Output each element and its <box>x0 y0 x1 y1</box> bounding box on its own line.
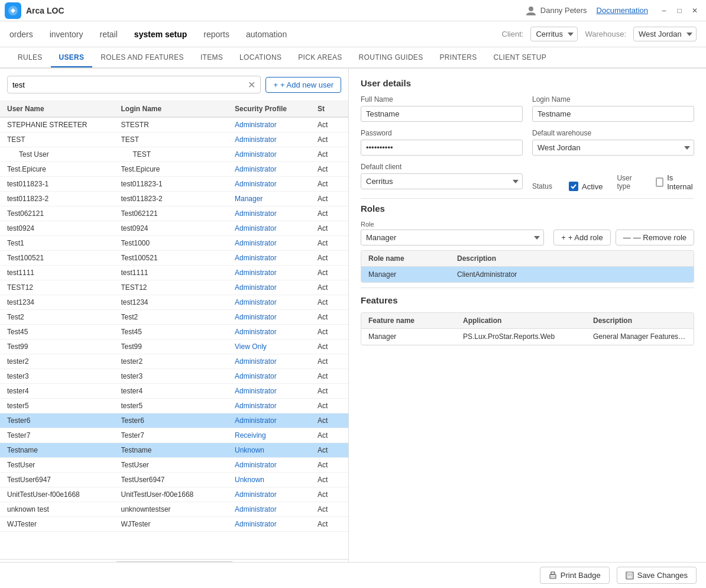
features-table-row[interactable]: Manager PS.Lux.ProStar.Reports.Web Gener… <box>361 329 694 345</box>
table-row[interactable]: Test.EpicureTest.EpicureAdministratorAct <box>0 162 348 177</box>
table-row[interactable]: test1111test1111AdministratorAct <box>0 266 348 280</box>
table-row[interactable]: TestUser6947TestUser6947UnknownAct <box>0 473 348 487</box>
table-row[interactable]: test011823-2test011823-2ManagerAct <box>0 192 348 206</box>
is-internal-checkbox-wrap[interactable]: Is Internal <box>656 173 694 191</box>
nav-item-system-setup[interactable]: system setup <box>134 27 187 41</box>
table-row[interactable]: tester3tester3AdministratorAct <box>0 369 348 384</box>
default-warehouse-group: Default warehouse West Jordan <box>532 129 694 156</box>
default-warehouse-select[interactable]: West Jordan <box>532 140 694 156</box>
password-input[interactable] <box>361 140 523 156</box>
subnav-item-items[interactable]: ITEMS <box>192 49 231 67</box>
is-internal-checkbox[interactable] <box>656 177 664 187</box>
subnav-item-rules[interactable]: RULES <box>9 49 51 67</box>
nav-item-reports[interactable]: reports <box>203 27 229 41</box>
cell-profile: Administrator <box>235 328 318 336</box>
search-input[interactable] <box>12 80 248 89</box>
minimize-button[interactable]: – <box>658 4 671 17</box>
cell-profile: Administrator <box>235 416 318 425</box>
warehouse-select[interactable]: West Jordan <box>633 27 697 41</box>
cell-profile: Administrator <box>235 505 318 513</box>
table-row[interactable]: Test45Test45AdministratorAct <box>0 325 348 340</box>
subnav-item-locations[interactable]: LOCATIONS <box>231 49 290 67</box>
add-role-button[interactable]: + + Add role <box>553 230 611 245</box>
table-row[interactable]: test0924test0924AdministratorAct <box>0 221 348 236</box>
table-row[interactable]: TEST12TEST12AdministratorAct <box>0 280 348 295</box>
subnav-item-client-setup[interactable]: CLIENT SETUP <box>485 49 555 67</box>
cell-login: Test99 <box>121 343 235 351</box>
cell-profile: Administrator <box>235 224 318 232</box>
table-row[interactable]: Test100521Test100521AdministratorAct <box>0 251 348 266</box>
table-row[interactable]: WJTesterWJTesterAdministratorAct <box>0 517 348 532</box>
close-button[interactable]: ✕ <box>688 4 701 17</box>
roles-col-header-name: Role name <box>368 254 457 263</box>
password-label: Password <box>361 129 523 137</box>
documentation-link[interactable]: Documentation <box>597 6 648 15</box>
cell-username: tester5 <box>7 402 121 410</box>
roles-table-row[interactable]: Manager ClientAdministrator <box>361 267 694 282</box>
plus-icon: + <box>561 233 566 242</box>
subnav-item-printers[interactable]: PRINTERS <box>431 49 485 67</box>
cell-login: Test2 <box>121 313 235 321</box>
nav-item-inventory[interactable]: inventory <box>50 27 83 41</box>
cell-login: Test.Epicure <box>121 165 235 173</box>
nav-item-retail[interactable]: retail <box>100 27 118 41</box>
save-changes-button[interactable]: Save Changes <box>617 567 697 584</box>
default-client-group: Default client Cerritus <box>361 163 523 191</box>
maximize-button[interactable]: □ <box>673 4 686 17</box>
svg-rect-3 <box>551 572 555 574</box>
cell-profile: Administrator <box>235 387 318 395</box>
cell-profile: Administrator <box>235 490 318 499</box>
table-row[interactable]: Test UserTESTAdministratorAct <box>0 147 348 162</box>
table-row[interactable]: STEPHANIE STREETERSTESTRAdministratorAct <box>0 118 348 133</box>
active-checkbox[interactable] <box>569 182 578 191</box>
cell-status: Act <box>318 165 341 173</box>
remove-role-button[interactable]: — — Remove role <box>616 230 694 245</box>
login-name-label: Login Name <box>532 95 694 104</box>
default-client-select[interactable]: Cerritus <box>361 173 523 189</box>
table-row[interactable]: Test99Test99View OnlyAct <box>0 340 348 354</box>
role-select[interactable]: Manager <box>361 230 544 245</box>
features-col-header-desc: Description <box>593 316 686 325</box>
table-row[interactable]: UnitTestUser-f00e1668UnitTestUser-f00e16… <box>0 487 348 502</box>
table-row[interactable]: unknown testunknowntestserAdministratorA… <box>0 502 348 517</box>
table-row[interactable]: test011823-1test011823-1AdministratorAct <box>0 177 348 192</box>
table-row[interactable]: test1234test1234AdministratorAct <box>0 295 348 310</box>
table-row[interactable]: Test1Test1000AdministratorAct <box>0 236 348 251</box>
full-name-input[interactable] <box>361 106 523 122</box>
nav-item-orders[interactable]: orders <box>9 27 33 41</box>
subnav-item-routing-guides[interactable]: ROUTING GUIDES <box>351 49 432 67</box>
titlebar-left: Arca LOC <box>5 2 64 19</box>
table-row[interactable]: Tester7Tester7ReceivingAct <box>0 428 348 443</box>
table-row[interactable]: Test2Test2AdministratorAct <box>0 310 348 325</box>
clear-search-button[interactable]: ✕ <box>248 79 255 91</box>
roles-section: Roles Role Manager + + Add role <box>361 203 694 283</box>
table-row[interactable]: tester5tester5AdministratorAct <box>0 399 348 413</box>
features-col-header-name: Feature name <box>368 316 463 325</box>
print-badge-button[interactable]: Print Badge <box>540 567 610 584</box>
table-row[interactable]: tester4tester4AdministratorAct <box>0 384 348 399</box>
left-panel: ✕ + + Add new user User Name Login Name … <box>0 69 349 588</box>
table-row[interactable]: Test062121Test062121AdministratorAct <box>0 206 348 221</box>
table-row[interactable]: TestUserTestUserAdministratorAct <box>0 458 348 473</box>
table-row-tester6[interactable]: Tester6Tester6AdministratorAct <box>0 413 348 428</box>
cell-status: Act <box>318 490 341 499</box>
cell-status: Act <box>318 121 341 129</box>
add-new-user-button[interactable]: + + Add new user <box>265 77 341 93</box>
table-row-testname[interactable]: TestnameTestnameUnknownAct <box>0 443 348 458</box>
client-select[interactable]: Cerritus <box>530 27 578 41</box>
table-row[interactable]: TESTTESTAdministratorAct <box>0 133 348 147</box>
table-row[interactable]: tester2tester2AdministratorAct <box>0 354 348 369</box>
right-panel: User details Full Name Login Name Passwo… <box>349 69 706 588</box>
divider-2 <box>361 287 694 288</box>
cell-username: Test.Epicure <box>7 165 121 173</box>
subnav-item-roles-and-features[interactable]: ROLES AND FEATURES <box>92 49 192 67</box>
cell-profile: Administrator <box>235 313 318 321</box>
user-type-row: User type Is Internal <box>617 173 694 191</box>
subnav-item-pick-areas[interactable]: PICK AREAS <box>290 49 350 67</box>
active-checkbox-wrap[interactable]: Active <box>569 182 603 191</box>
cell-status: Act <box>318 195 341 203</box>
subnav-item-users[interactable]: USERS <box>51 49 93 67</box>
nav-item-automation[interactable]: automation <box>246 27 287 41</box>
cell-status: Act <box>318 416 341 425</box>
login-name-input[interactable] <box>532 106 694 122</box>
